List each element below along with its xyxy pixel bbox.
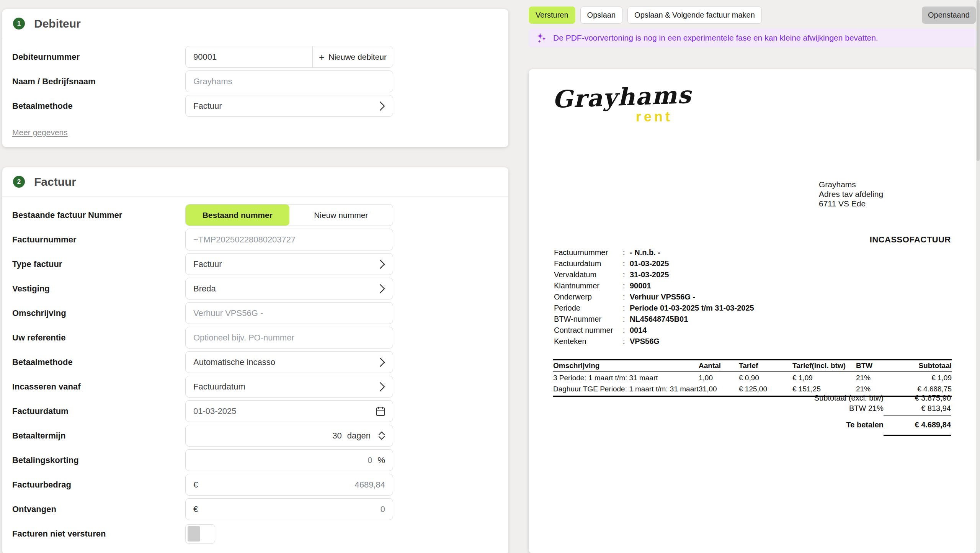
uw-referentie-field-wrap bbox=[185, 327, 393, 348]
betalingskorting-label: Betalingskorting bbox=[12, 455, 185, 465]
factuurbedrag-row: Factuurbedrag € 4689,84 bbox=[12, 474, 498, 496]
betaaltermijn-suffix: dagen bbox=[347, 431, 371, 441]
incasseren-select[interactable]: Factuurdatum bbox=[185, 376, 393, 398]
uw-referentie-input[interactable] bbox=[193, 327, 385, 348]
chevron-right-icon bbox=[379, 259, 385, 269]
col-header: BTW bbox=[856, 360, 892, 372]
naam-label: Naam / Bedrijfsnaam bbox=[12, 77, 185, 87]
factuurdatum-field[interactable]: 01-03-2025 bbox=[185, 400, 393, 422]
betaalmethode-value-2: Automatische incasso bbox=[193, 357, 275, 367]
detail-colon: : bbox=[623, 270, 630, 279]
betalingskorting-value: 0 bbox=[368, 455, 372, 465]
detail-label: Onderwerp bbox=[554, 293, 623, 301]
detail-colon: : bbox=[623, 326, 630, 335]
cell-subtotaal: € 1,09 bbox=[892, 372, 952, 383]
scrollbar-thumb[interactable] bbox=[977, 0, 980, 161]
betaaltermijn-value: 30 bbox=[332, 431, 341, 441]
vestiging-select[interactable]: Breda bbox=[185, 278, 393, 299]
betaaltermijn-field[interactable]: 30 dagen bbox=[185, 425, 393, 447]
cell-tarief-incl: € 1,09 bbox=[792, 372, 856, 383]
naam-input[interactable] bbox=[193, 71, 385, 92]
opslaan-volgende-button[interactable]: Opslaan & Volgende factuur maken bbox=[627, 7, 762, 24]
detail-colon: : bbox=[623, 304, 630, 312]
pdf-preview: Grayhams rent Grayhams Adres tav afdelin… bbox=[529, 69, 976, 553]
debiteurnummer-input[interactable] bbox=[193, 52, 305, 62]
detail-colon: : bbox=[623, 315, 630, 324]
betaalmethode-select-1[interactable]: Factuur bbox=[185, 95, 393, 117]
factuurbedrag-field[interactable]: € 4689,84 bbox=[185, 474, 393, 496]
ontvangen-field[interactable]: € 0 bbox=[185, 498, 393, 520]
totals-divider bbox=[884, 416, 951, 416]
type-factuur-label: Type factuur bbox=[12, 259, 185, 269]
col-header: Tarief(incl. btw) bbox=[792, 360, 856, 372]
btw-label: BTW 21% bbox=[849, 404, 884, 413]
factuurnummer-row: Factuurnummer bbox=[12, 229, 498, 250]
table-row: 3 Periode: 1 maart t/m: 31 maart 1,00 € … bbox=[553, 372, 952, 383]
totals-bottom-rule bbox=[884, 435, 951, 436]
detail-colon: : bbox=[623, 281, 630, 290]
totals-block: Subtotaal (excl. btw) € 3.875,90 BTW 21%… bbox=[775, 393, 951, 436]
factuurnummer-input[interactable] bbox=[193, 229, 385, 250]
debiteurnummer-row: Debiteurnummer + Nieuwe debiteur bbox=[12, 46, 498, 68]
calendar-icon[interactable] bbox=[376, 406, 385, 416]
vestiging-label: Vestiging bbox=[12, 284, 185, 294]
omschrijving-label: Omschrijving bbox=[12, 308, 185, 318]
betaaltermijn-label: Betaaltermijn bbox=[12, 431, 185, 441]
nummer-mode-toggle: Bestaand nummer Nieuw nummer bbox=[185, 204, 393, 226]
payable-label: Te betalen bbox=[846, 420, 884, 429]
naam-row: Naam / Bedrijfsnaam bbox=[12, 70, 498, 92]
nieuw-nummer-option[interactable]: Nieuw nummer bbox=[289, 205, 393, 226]
detail-value: Verhuur VPS56G - bbox=[630, 293, 695, 301]
cell-omschrijving: 3 Periode: 1 maart t/m: 31 maart bbox=[553, 372, 699, 383]
uw-referentie-row: Uw referentie bbox=[12, 327, 498, 348]
scrollbar[interactable] bbox=[976, 0, 980, 553]
chevron-right-icon bbox=[379, 357, 385, 367]
bestaande-nummer-row: Bestaande factuur Nummer Bestaand nummer… bbox=[12, 204, 498, 226]
detail-value: - N.n.b. - bbox=[630, 248, 660, 257]
factuur-card: 2 Factuur Bestaande factuur Nummer Besta… bbox=[2, 167, 508, 553]
chevron-right-icon bbox=[379, 101, 385, 111]
type-factuur-row: Type factuur Factuur bbox=[12, 253, 498, 275]
detail-label: Factuurnummer bbox=[554, 248, 623, 257]
debiteur-card: 1 Debiteur Debiteurnummer + Nieuwe debit… bbox=[2, 9, 508, 147]
versturen-button[interactable]: Versturen bbox=[529, 7, 575, 24]
step-1-badge: 1 bbox=[13, 18, 25, 29]
line-items-table: Omschrijving Aantal Tarief Tarief(incl. … bbox=[553, 359, 952, 397]
cell-aantal: 31,00 bbox=[699, 383, 739, 396]
detail-value: VPS56G bbox=[630, 337, 660, 346]
cell-btw: 21% bbox=[856, 372, 892, 383]
factuurdatum-value: 01-03-2025 bbox=[193, 406, 237, 416]
factuurdatum-row: Factuurdatum 01-03-2025 bbox=[12, 400, 498, 422]
uw-referentie-label: Uw referentie bbox=[12, 333, 185, 343]
form-column: 1 Debiteur Debiteurnummer + Nieuwe debit… bbox=[2, 9, 508, 553]
bestaand-nummer-option[interactable]: Bestaand nummer bbox=[186, 205, 289, 226]
meer-gegevens-link[interactable]: Meer gegevens bbox=[12, 128, 68, 137]
detail-label: Periode bbox=[554, 304, 623, 312]
preview-column: Versturen Opslaan Opslaan & Volgende fac… bbox=[529, 6, 976, 553]
detail-label: Contract nummer bbox=[554, 326, 623, 335]
nieuwe-debiteur-button[interactable]: + Nieuwe debiteur bbox=[312, 46, 393, 67]
ontvangen-value: 0 bbox=[381, 504, 385, 514]
factuur-card-header: 2 Factuur bbox=[2, 167, 508, 196]
toggle-knob bbox=[188, 526, 200, 542]
detail-value: 90001 bbox=[630, 281, 651, 290]
niet-versturen-row: Facturen niet versturen bbox=[12, 523, 498, 545]
type-factuur-select[interactable]: Factuur bbox=[185, 253, 393, 275]
recipient-line: 6711 VS Ede bbox=[819, 199, 883, 208]
vestiging-value: Breda bbox=[193, 284, 216, 294]
subtotal-amount: € 3.875,90 bbox=[884, 394, 951, 402]
factuurdatum-label: Factuurdatum bbox=[12, 406, 185, 416]
opslaan-button[interactable]: Opslaan bbox=[580, 7, 623, 24]
omschrijving-field-wrap bbox=[185, 302, 393, 324]
stepper-icon[interactable] bbox=[378, 431, 385, 440]
omschrijving-input[interactable] bbox=[193, 303, 385, 324]
detail-value: 0014 bbox=[630, 326, 647, 335]
niet-versturen-toggle[interactable] bbox=[185, 524, 215, 543]
detail-colon: : bbox=[623, 259, 630, 268]
incasseren-value: Factuurdatum bbox=[193, 382, 245, 392]
subtotal-label: Subtotaal (excl. btw) bbox=[814, 394, 884, 402]
betalingskorting-field[interactable]: 0 % bbox=[185, 449, 393, 471]
betaalmethode-label-1: Betaalmethode bbox=[12, 101, 185, 111]
betaalmethode-select-2[interactable]: Automatische incasso bbox=[185, 351, 393, 373]
chevron-right-icon bbox=[379, 284, 385, 294]
